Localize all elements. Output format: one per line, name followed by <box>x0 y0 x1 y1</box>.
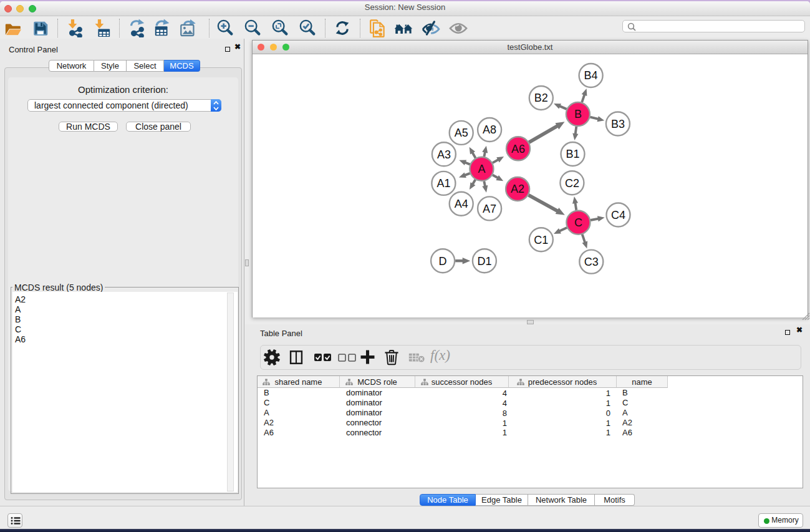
svg-text:C4: C4 <box>611 209 625 221</box>
svg-text:C2: C2 <box>565 177 579 190</box>
svg-text:B: B <box>574 108 582 120</box>
svg-text:A1: A1 <box>436 177 450 190</box>
svg-text:B2: B2 <box>534 92 548 104</box>
svg-text:C3: C3 <box>584 256 599 268</box>
svg-text:A7: A7 <box>483 203 496 215</box>
svg-text:A5: A5 <box>455 127 468 139</box>
svg-text:B4: B4 <box>584 69 598 82</box>
svg-text:B1: B1 <box>566 148 579 160</box>
svg-text:A6: A6 <box>511 143 525 155</box>
svg-text:A8: A8 <box>483 123 496 136</box>
svg-text:C1: C1 <box>534 234 548 246</box>
svg-text:A: A <box>478 163 485 175</box>
svg-text:D: D <box>439 255 447 268</box>
svg-text:B3: B3 <box>611 118 625 130</box>
svg-text:D1: D1 <box>477 255 491 268</box>
svg-text:C: C <box>574 216 582 229</box>
svg-text:A4: A4 <box>455 198 468 210</box>
svg-text:A2: A2 <box>511 183 524 195</box>
svg-text:A3: A3 <box>437 148 451 161</box>
